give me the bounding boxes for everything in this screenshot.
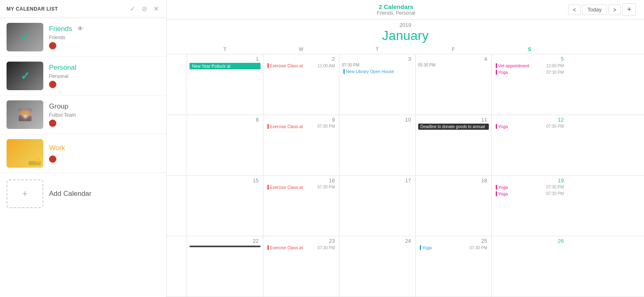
day-cell-3[interactable]: 3 07:30 PM New Library Open House bbox=[339, 54, 416, 115]
pin-button[interactable]: ⊘ bbox=[141, 4, 148, 13]
calendar-item-personal[interactable]: ✓ Personal Personal bbox=[0, 57, 166, 95]
day-num-2: 2 bbox=[266, 56, 337, 62]
day-cell-4[interactable]: 4 05:30 PM bbox=[416, 54, 492, 115]
calendar-thumb-friends: ✓ bbox=[7, 23, 43, 51]
nav-buttons: < Today > + bbox=[568, 3, 636, 16]
event-time-4: 05:30 PM bbox=[418, 63, 489, 67]
event-yoga-w3a[interactable]: Yoga 07:30 PM bbox=[494, 184, 566, 190]
day-cell-10[interactable]: 10 bbox=[339, 115, 416, 175]
day-num-24: 24 bbox=[342, 238, 413, 244]
event-time-yoga-w3a: 07:30 PM bbox=[546, 185, 564, 189]
day-cell-5[interactable]: 5 Vet appointment 12:00 PM Yoga 07:30 PM bbox=[492, 54, 568, 115]
day-num-15: 15 bbox=[189, 177, 261, 184]
calendar-info-work: Work bbox=[49, 144, 160, 163]
event-text-yoga-w4: Yoga bbox=[422, 245, 468, 250]
calendar-item-friends[interactable]: ✓ Friends 👁 Friends bbox=[0, 18, 166, 57]
event-time-exercise-w2: 07:30 PM bbox=[317, 124, 335, 129]
sidebar: MY CALENDAR LIST ✓ ⊘ ✕ ✓ Friends 👁 Frien… bbox=[0, 0, 167, 297]
group-thumb-icon: 🌄 bbox=[18, 108, 32, 122]
day-num-3: 3 bbox=[342, 56, 413, 62]
day-num-10: 10 bbox=[342, 117, 413, 123]
event-exercise-w1[interactable]: Exercise Class at 11:00 AM bbox=[266, 63, 337, 69]
day-cell-25[interactable]: 25 Yoga 07:30 PM bbox=[416, 236, 492, 297]
avatar-personal bbox=[49, 81, 56, 88]
event-new-year-potluck[interactable]: New Year Potluck at bbox=[189, 63, 261, 69]
event-bar-exercise-w2 bbox=[267, 124, 269, 129]
today-button[interactable]: Today bbox=[582, 4, 607, 15]
next-button[interactable]: > bbox=[608, 4, 621, 15]
event-exercise-w2[interactable]: Exercise Class at 07:30 PM bbox=[266, 124, 337, 129]
event-bar-yoga-w2 bbox=[496, 124, 497, 129]
event-yoga-w3b[interactable]: Yoga 07:30 PM bbox=[494, 191, 566, 197]
day-cell-16[interactable]: 16 Exercise Class at 07:30 PM bbox=[263, 176, 340, 236]
add-calendar-item[interactable]: + Add Calendar bbox=[0, 173, 166, 215]
calendar-name-group: Group bbox=[49, 102, 160, 111]
day-num-9: 9 bbox=[266, 117, 337, 123]
day-header-T2: T bbox=[339, 45, 416, 54]
add-event-button[interactable]: + bbox=[622, 3, 636, 16]
event-time-3: 07:30 PM bbox=[342, 63, 413, 67]
month-name-label: January bbox=[167, 28, 644, 43]
event-text-yoga-w1: Yoga bbox=[498, 70, 544, 75]
day-num-8: 8 bbox=[189, 117, 261, 123]
day-cell-12[interactable]: 12 Yoga 07:30 PM bbox=[492, 115, 568, 175]
day-cell-18[interactable]: 18 bbox=[416, 176, 492, 236]
day-cell-9[interactable]: 9 Exercise Class at 07:30 PM bbox=[263, 115, 340, 175]
day-cell-26[interactable]: 26 bbox=[492, 236, 568, 297]
event-exercise-w3[interactable]: Exercise Class at 07:30 PM bbox=[266, 184, 337, 190]
event-yoga-w2[interactable]: Yoga 07:30 PM bbox=[494, 124, 566, 129]
event-bar-yoga-w4 bbox=[420, 245, 421, 250]
close-sidebar-button[interactable]: ✕ bbox=[153, 4, 160, 13]
day-cell-17[interactable]: 17 bbox=[339, 176, 416, 236]
day-cell-2[interactable]: 2 Exercise Class at 11:00 AM bbox=[263, 54, 340, 115]
event-exercise-w4[interactable]: Exercise Class at 07:30 PM bbox=[266, 245, 337, 250]
day-cell-1[interactable]: 1 New Year Potluck at bbox=[187, 54, 263, 115]
week-label-header bbox=[167, 45, 187, 54]
day-cell-24[interactable]: 24 bbox=[339, 236, 416, 297]
calendar-info-group: Group Futbol Team bbox=[49, 102, 160, 127]
day-header-W: W bbox=[263, 45, 340, 54]
calendar-info-friends: Friends 👁 Friends bbox=[49, 25, 160, 49]
calendar-sublabel-group: Futbol Team bbox=[49, 112, 160, 118]
week-row-1: 1 New Year Potluck at 2 Exercise Class a… bbox=[167, 54, 644, 115]
day-num-26: 26 bbox=[494, 238, 566, 244]
day-num-17: 17 bbox=[342, 177, 413, 184]
day-num-16: 16 bbox=[266, 177, 337, 184]
event-deadline[interactable]: Deadline to donate goods to annual bbox=[418, 124, 489, 130]
event-yoga-w1[interactable]: Yoga 07:30 PM bbox=[494, 69, 566, 75]
plus-icon: + bbox=[22, 188, 28, 199]
day-cell-15[interactable]: 15 bbox=[187, 176, 263, 236]
day-header-F: F bbox=[416, 45, 492, 54]
calendar-info-personal: Personal Personal bbox=[49, 64, 160, 88]
event-dark-block-22[interactable] bbox=[189, 246, 261, 247]
day-cell-11[interactable]: 11 Deadline to donate goods to annual bbox=[416, 115, 492, 175]
day-headers-row: T W T F S bbox=[167, 45, 644, 54]
calendar-item-work[interactable]: Work bbox=[0, 134, 166, 173]
event-text-vet: Vet appointment bbox=[498, 63, 544, 68]
day-cell-23[interactable]: 23 Exercise Class at 07:30 PM bbox=[263, 236, 340, 297]
day-cell-8[interactable]: 8 bbox=[187, 115, 263, 175]
day-num-4: 4 bbox=[418, 56, 489, 62]
svg-point-1 bbox=[35, 158, 40, 163]
event-library[interactable]: New Library Open House bbox=[342, 69, 413, 74]
calendar-item-group[interactable]: 🌄 Group Futbol Team bbox=[0, 95, 166, 134]
calendar-name-work: Work bbox=[49, 144, 160, 152]
event-vet[interactable]: Vet appointment 12:00 PM bbox=[494, 63, 566, 69]
week-label-3 bbox=[167, 176, 187, 236]
event-time-yoga-w1: 07:30 PM bbox=[546, 70, 564, 75]
event-text-library: New Library Open House bbox=[346, 69, 411, 74]
event-text-exercise-w4: Exercise Class at bbox=[270, 245, 316, 250]
day-cell-22[interactable]: 22 bbox=[187, 236, 263, 297]
event-bar-library bbox=[343, 69, 345, 74]
day-cell-19[interactable]: 19 Yoga 07:30 PM Yoga 07:30 PM bbox=[492, 176, 568, 236]
day-num-18: 18 bbox=[418, 177, 489, 184]
calendar-thumb-group: 🌄 bbox=[7, 100, 43, 129]
day-header-S: S bbox=[492, 45, 568, 54]
calendar-sublabel-personal: Personal bbox=[49, 73, 160, 79]
event-bar-exercise-w1 bbox=[267, 63, 269, 68]
event-yoga-w4[interactable]: Yoga 07:30 PM bbox=[418, 245, 489, 250]
day-num-25: 25 bbox=[418, 238, 489, 244]
prev-button[interactable]: < bbox=[568, 4, 580, 15]
event-time-yoga-w4: 07:30 PM bbox=[470, 246, 487, 250]
check-all-button[interactable]: ✓ bbox=[129, 4, 136, 13]
